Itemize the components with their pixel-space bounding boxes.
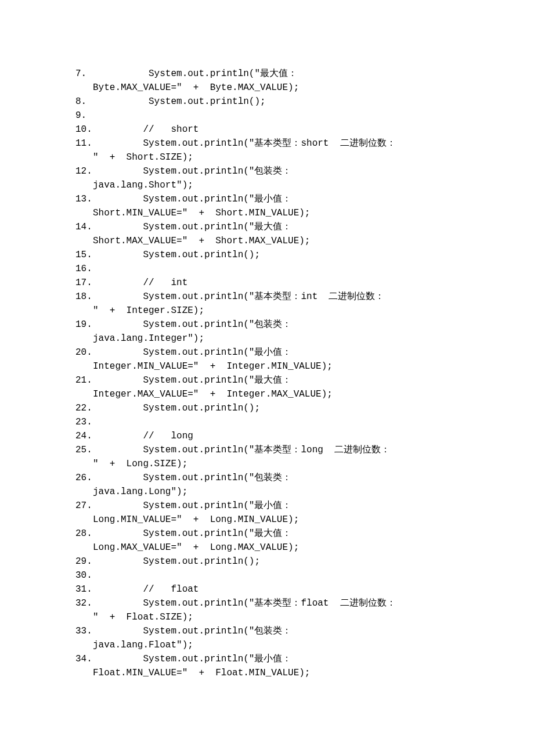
code-text: System.out.println("包装类： [93, 164, 459, 178]
code-text: System.out.println("包装类： [93, 624, 459, 638]
line-number: 12. [75, 164, 93, 178]
code-line: 23. [75, 415, 459, 429]
line-number: 20. [75, 345, 93, 359]
code-line: 9. [75, 109, 459, 123]
document-page: 7. System.out.println("最大值：Byte.MAX_VALU… [0, 0, 534, 738]
code-line: 8. System.out.println(); [75, 95, 459, 109]
code-text [93, 109, 459, 123]
code-continuation: " + Short.SIZE); [75, 150, 459, 164]
code-continuation: Long.MAX_VALUE=" + Long.MAX_VALUE); [75, 541, 459, 555]
code-text: System.out.println(); [93, 555, 459, 568]
line-number: 17. [75, 276, 93, 290]
code-continuation: " + Long.SIZE); [75, 457, 459, 471]
code-text: System.out.println("最大值： [93, 373, 459, 387]
line-number: 13. [75, 192, 93, 206]
line-number: 24. [75, 429, 93, 443]
code-continuation: " + Integer.SIZE); [75, 304, 459, 318]
line-number: 10. [75, 123, 93, 136]
line-number: 29. [75, 555, 93, 568]
code-continuation: Short.MAX_VALUE=" + Short.MAX_VALUE); [75, 234, 459, 248]
code-continuation: java.lang.Long"); [75, 485, 459, 499]
code-continuation: Short.MIN_VALUE=" + Short.MIN_VALUE); [75, 206, 459, 220]
code-line: 12. System.out.println("包装类： [75, 164, 459, 178]
code-text: // int [93, 276, 459, 290]
code-line: 34. System.out.println("最小值： [75, 652, 459, 666]
code-line: 32. System.out.println("基本类型：float 二进制位数… [75, 596, 459, 610]
code-line: 19. System.out.println("包装类： [75, 318, 459, 332]
code-text: System.out.println(); [93, 248, 459, 262]
line-number: 15. [75, 248, 93, 262]
code-text: System.out.println(); [93, 401, 459, 415]
line-number: 8. [75, 95, 93, 109]
code-text: System.out.println("最小值： [93, 345, 459, 359]
code-line: 7. System.out.println("最大值： [75, 67, 459, 81]
code-line: 10. // short [75, 123, 459, 136]
code-text [93, 415, 459, 429]
code-line: 13. System.out.println("最小值： [75, 192, 459, 206]
code-text: System.out.println("基本类型：int 二进制位数： [93, 290, 459, 304]
code-line: 30. [75, 568, 459, 582]
code-text: System.out.println("基本类型：short 二进制位数： [93, 136, 459, 150]
line-number: 34. [75, 652, 93, 666]
code-line: 29. System.out.println(); [75, 555, 459, 568]
line-number: 31. [75, 582, 93, 596]
line-number: 23. [75, 415, 93, 429]
code-line: 22. System.out.println(); [75, 401, 459, 415]
code-text: System.out.println(); [93, 95, 459, 109]
code-text: System.out.println("最大值： [93, 67, 459, 81]
line-number: 33. [75, 624, 93, 638]
line-number: 26. [75, 471, 93, 485]
code-continuation: Integer.MIN_VALUE=" + Integer.MIN_VALUE)… [75, 359, 459, 373]
code-line: 26. System.out.println("包装类： [75, 471, 459, 485]
line-number: 30. [75, 568, 93, 582]
code-line: 27. System.out.println("最小值： [75, 499, 459, 513]
line-number: 18. [75, 290, 93, 304]
code-text: System.out.println("最小值： [93, 652, 459, 666]
code-continuation: java.lang.Float"); [75, 638, 459, 652]
code-line: 14. System.out.println("最大值： [75, 220, 459, 234]
code-text: System.out.println("最大值： [93, 527, 459, 541]
line-number: 9. [75, 109, 93, 123]
line-number: 22. [75, 401, 93, 415]
line-number: 11. [75, 136, 93, 150]
code-line: 31. // float [75, 582, 459, 596]
code-text: System.out.println("基本类型：long 二进制位数： [93, 443, 459, 457]
code-line: 25. System.out.println("基本类型：long 二进制位数： [75, 443, 459, 457]
code-line: 33. System.out.println("包装类： [75, 624, 459, 638]
code-continuation: " + Float.SIZE); [75, 610, 459, 624]
code-line: 16. [75, 262, 459, 276]
line-number: 19. [75, 318, 93, 332]
code-text: System.out.println("包装类： [93, 318, 459, 332]
code-text [93, 262, 459, 276]
line-number: 14. [75, 220, 93, 234]
code-line: 15. System.out.println(); [75, 248, 459, 262]
line-number: 7. [75, 67, 93, 81]
code-text: System.out.println("最小值： [93, 192, 459, 206]
code-text: System.out.println("包装类： [93, 471, 459, 485]
code-text: System.out.println("基本类型：float 二进制位数： [93, 596, 459, 610]
code-line: 11. System.out.println("基本类型：short 二进制位数… [75, 136, 459, 150]
code-text: System.out.println("最大值： [93, 220, 459, 234]
line-number: 25. [75, 443, 93, 457]
code-continuation: Byte.MAX_VALUE=" + Byte.MAX_VALUE); [75, 81, 459, 95]
code-line: 21. System.out.println("最大值： [75, 373, 459, 387]
code-text [93, 568, 459, 582]
code-continuation: Float.MIN_VALUE=" + Float.MIN_VALUE); [75, 666, 459, 680]
code-line: 20. System.out.println("最小值： [75, 345, 459, 359]
code-text: System.out.println("最小值： [93, 499, 459, 513]
code-line: 18. System.out.println("基本类型：int 二进制位数： [75, 290, 459, 304]
code-line: 17. // int [75, 276, 459, 290]
code-continuation: java.lang.Short"); [75, 178, 459, 192]
code-text: // short [93, 123, 459, 136]
line-number: 16. [75, 262, 93, 276]
line-number: 28. [75, 527, 93, 541]
line-number: 27. [75, 499, 93, 513]
code-line: 24. // long [75, 429, 459, 443]
code-text: // long [93, 429, 459, 443]
code-text: // float [93, 582, 459, 596]
code-continuation: Long.MIN_VALUE=" + Long.MIN_VALUE); [75, 513, 459, 527]
code-continuation: Integer.MAX_VALUE=" + Integer.MAX_VALUE)… [75, 387, 459, 401]
code-continuation: java.lang.Integer"); [75, 332, 459, 345]
line-number: 32. [75, 596, 93, 610]
code-line: 28. System.out.println("最大值： [75, 527, 459, 541]
